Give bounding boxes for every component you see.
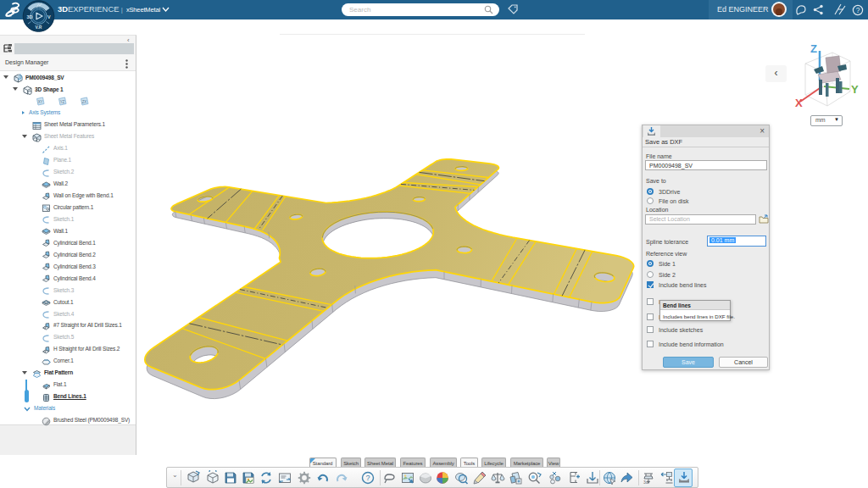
svg-text:X: X: [795, 97, 803, 109]
svg-text:Z: Z: [810, 42, 817, 55]
svg-text:3d: 3d: [643, 480, 648, 485]
svg-text:Y: Y: [851, 83, 859, 96]
svg-text:?: ?: [365, 474, 370, 482]
